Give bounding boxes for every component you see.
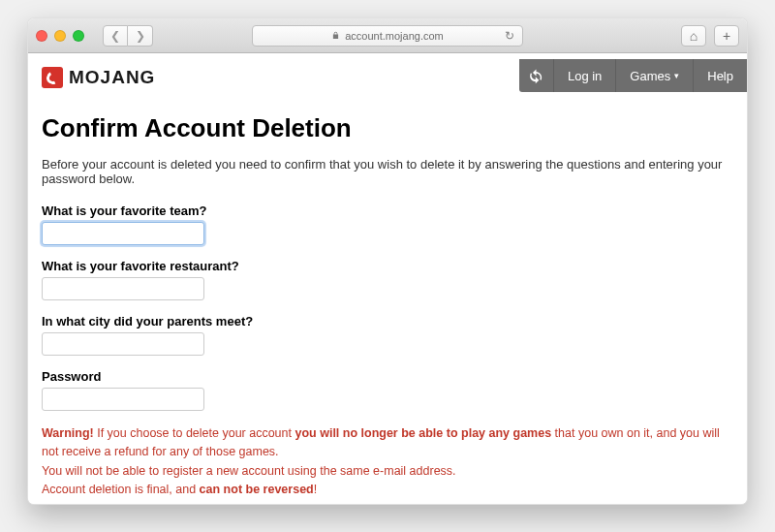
nav-login-link[interactable]: Log in <box>554 59 616 92</box>
nav-help-label: Help <box>707 69 733 83</box>
lock-icon <box>331 31 340 40</box>
minimize-window-button[interactable] <box>54 30 66 42</box>
main-content: Confirm Account Deletion Before your acc… <box>42 113 733 504</box>
page-title: Confirm Account Deletion <box>42 113 733 143</box>
site-topnav: Log in Games ▾ Help <box>519 59 747 92</box>
tabs-icon: ⌂ <box>690 28 698 44</box>
q2-label: What is your favorite restaurant? <box>42 259 733 273</box>
security-question-1: What is your favorite team? <box>42 203 733 245</box>
site-logo[interactable]: MOJANG <box>42 67 155 88</box>
chevron-left-icon: ❮ <box>110 29 120 43</box>
q1-label: What is your favorite team? <box>42 203 733 218</box>
plus-icon: + <box>723 28 730 44</box>
q3-input[interactable] <box>42 332 204 356</box>
chevron-down-icon: ▾ <box>674 71 679 80</box>
show-tabs-button[interactable]: ⌂ <box>681 25 706 47</box>
page-lead: Before your account is deleted you need … <box>42 157 733 186</box>
url-host: account.mojang.com <box>345 30 444 42</box>
password-field: Password <box>42 369 733 411</box>
warning-text: Warning! If you choose to delete your ac… <box>42 424 733 500</box>
warning-prefix: Warning! <box>42 426 94 440</box>
window-controls <box>36 30 84 42</box>
new-tab-button[interactable]: + <box>714 25 739 47</box>
nav-arrows: ❮ ❯ <box>103 25 153 47</box>
q2-input[interactable] <box>42 277 204 300</box>
address-bar[interactable]: account.mojang.com ↻ <box>252 25 523 47</box>
forward-button[interactable]: ❯ <box>128 25 153 47</box>
password-input[interactable] <box>42 388 204 411</box>
logo-mark-icon <box>42 67 63 88</box>
browser-titlebar: ❮ ❯ account.mojang.com ↻ ⌂ + <box>28 18 747 53</box>
back-button[interactable]: ❮ <box>103 25 128 47</box>
q3-label: In what city did your parents meet? <box>42 314 733 329</box>
nav-games-link[interactable]: Games ▾ <box>616 59 694 92</box>
reload-icon[interactable]: ↻ <box>505 29 514 43</box>
browser-window: ❮ ❯ account.mojang.com ↻ ⌂ + L <box>27 17 748 505</box>
security-question-2: What is your favorite restaurant? <box>42 259 733 300</box>
nav-help-link[interactable]: Help <box>694 59 747 92</box>
topnav-refresh-button[interactable] <box>519 59 554 92</box>
security-question-3: In what city did your parents meet? <box>42 314 733 356</box>
nav-games-label: Games <box>630 69 670 83</box>
page-body: Log in Games ▾ Help MOJANG Confirm Accou… <box>28 53 747 504</box>
zoom-window-button[interactable] <box>73 30 84 42</box>
close-window-button[interactable] <box>36 30 47 42</box>
password-label: Password <box>42 369 733 384</box>
logo-text: MOJANG <box>69 67 155 88</box>
chevron-right-icon: ❯ <box>136 29 145 43</box>
refresh-icon <box>528 68 544 84</box>
q1-input[interactable] <box>42 222 204 245</box>
nav-login-label: Log in <box>568 69 602 83</box>
